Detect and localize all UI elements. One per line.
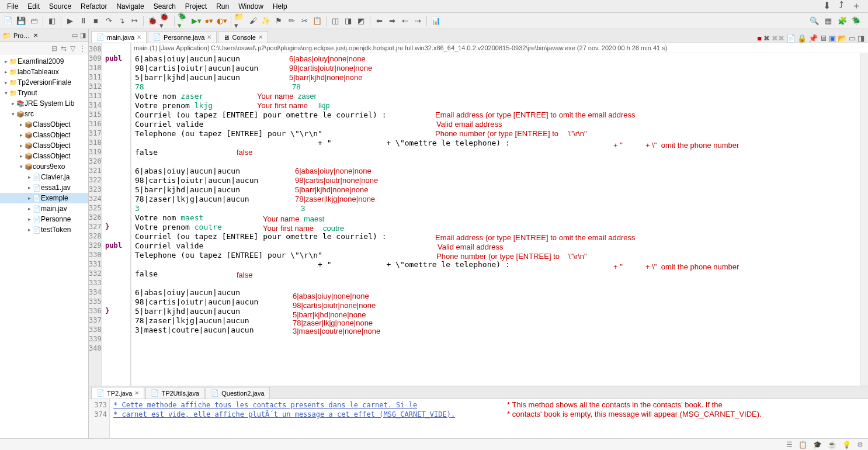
tree-item[interactable]: ▸📁Examfinal2009	[0, 56, 88, 67]
bottom-code[interactable]: * Cette methode affiche tous les contact…	[110, 399, 868, 438]
menu-project[interactable]: Project	[180, 1, 211, 12]
bottom-tab[interactable]: 📄TP2Utils.java	[145, 387, 204, 399]
menu-refactor[interactable]: Refactor	[76, 1, 112, 12]
sb2-icon[interactable]: 📋	[798, 441, 807, 449]
menu-icon[interactable]: ⋮	[79, 44, 86, 53]
paste-icon[interactable]: 📋	[311, 15, 323, 27]
tree-item[interactable]: ▸📄testToken	[0, 224, 88, 235]
tree-item[interactable]: ▸📦ClassObject	[0, 119, 88, 130]
bug-icon[interactable]: 🐞	[147, 15, 158, 27]
menu-file[interactable]: File	[2, 1, 23, 12]
console-icon[interactable]: ▣	[829, 34, 836, 43]
menu-navigate[interactable]: Navigate	[112, 1, 148, 12]
step2-icon[interactable]: ↴	[116, 15, 127, 27]
search-icon[interactable]: 🔍	[808, 15, 820, 27]
share-icon[interactable]: ⤴	[839, 0, 843, 12]
maximize-icon[interactable]: ◨	[80, 32, 86, 39]
pin-icon[interactable]: 📌	[808, 34, 818, 43]
fwd-icon[interactable]: ➡	[386, 15, 398, 27]
pause-icon[interactable]: ⏸	[77, 15, 89, 27]
save-icon[interactable]: 💾	[15, 15, 27, 27]
brush-icon[interactable]: 🖌	[247, 15, 259, 27]
filter-icon[interactable]: ▽	[70, 44, 75, 53]
layout-icon[interactable]: ▦	[822, 15, 834, 27]
bug2-icon[interactable]: 🐞▾	[159, 15, 171, 27]
bottom-tab[interactable]: 📄Question2.java	[206, 387, 269, 399]
tree-item[interactable]: ▸📄essa1.jav	[0, 182, 88, 193]
translation-overlay: * This method shows all the contacts in …	[507, 400, 723, 410]
collapse-icon[interactable]: ⊟	[51, 44, 57, 53]
persp2-icon[interactable]: 🪲	[850, 15, 862, 27]
tree-item[interactable]: ▸📦ClassObject	[0, 130, 88, 140]
download-icon[interactable]: ⬇	[823, 0, 831, 12]
cov2-icon[interactable]: ◐▾	[216, 15, 228, 27]
tree-item[interactable]: ▸📦ClassObject	[0, 151, 88, 161]
link-icon[interactable]: ⇆	[61, 44, 67, 53]
sb3-icon[interactable]: 🎓	[813, 441, 822, 449]
folder-icon: 📁	[2, 32, 11, 40]
run-icon[interactable]: ▶▾	[190, 15, 202, 27]
tree-item[interactable]: ▸📄main.jav	[0, 203, 88, 214]
x1-icon[interactable]: ◫	[329, 15, 341, 27]
console-output[interactable]: 6|abas|oiuy|aucun|aucun98|cartis|oiutr|a…	[131, 53, 868, 386]
max-icon[interactable]: ◨	[857, 34, 864, 43]
tree-item[interactable]: ▸📦ClassObject	[0, 140, 88, 151]
sb4-icon[interactable]: ☕	[828, 441, 836, 449]
remove-icon[interactable]: ✖	[763, 34, 770, 43]
sb1-icon[interactable]: ☰	[786, 441, 793, 449]
step-icon[interactable]: ↷	[103, 15, 114, 27]
tree-item[interactable]: ▾📁Tryout	[0, 88, 88, 98]
close-icon[interactable]: ✕	[33, 32, 38, 39]
folder-icon[interactable]: 📁▾	[234, 15, 246, 27]
tree-item[interactable]: ▸📁laboTableaux	[0, 67, 88, 77]
save-all-icon[interactable]: 🗃	[28, 15, 40, 27]
tab-mainjava[interactable]: 📄main.java✕	[91, 31, 147, 43]
stop-icon[interactable]: ■	[90, 15, 102, 27]
x2-icon[interactable]: ◨	[342, 15, 354, 27]
minimize-icon[interactable]: ▭	[72, 32, 78, 39]
tree-item[interactable]: ▸📄Clavier.ja	[0, 172, 88, 182]
dn-icon[interactable]: ⇢	[412, 15, 423, 27]
play-icon[interactable]: ▶	[64, 15, 76, 27]
debug-icon[interactable]: 🪲▾	[178, 15, 189, 27]
lock-icon[interactable]: 🔒	[797, 34, 807, 43]
new-icon[interactable]: 📄	[2, 15, 14, 27]
open-icon[interactable]: 📂	[838, 34, 847, 43]
min-icon[interactable]: ▭	[849, 34, 856, 43]
clear-icon[interactable]: 📄	[786, 34, 796, 43]
tab-console[interactable]: 🖥Console✕	[218, 31, 268, 43]
project-tree[interactable]: ▸📁Examfinal2009▸📁laboTableaux▸📁Tp2versio…	[0, 55, 88, 438]
coverage-icon[interactable]: ●▾	[203, 15, 215, 27]
sb6-icon[interactable]: ⚙	[857, 441, 863, 449]
x3-icon[interactable]: ◩	[355, 15, 367, 27]
tree-item[interactable]: ▾📦src	[0, 109, 88, 119]
mode-icon[interactable]: ◧	[46, 15, 58, 27]
menu-edit[interactable]: Edit	[23, 1, 44, 12]
bottom-tab[interactable]: 📄TP2.java✕	[91, 387, 144, 399]
terminate-icon[interactable]: ■	[757, 34, 762, 43]
tree-item[interactable]: ▸📄Exemple	[0, 193, 88, 203]
menu-window[interactable]: Window	[234, 1, 268, 12]
paint-icon[interactable]: ✏	[286, 15, 297, 27]
persp1-icon[interactable]: 🧩	[836, 15, 848, 27]
back-icon[interactable]: ⬅	[373, 15, 385, 27]
menu-search[interactable]: Search	[149, 1, 180, 12]
wand-icon[interactable]: ✨	[260, 15, 272, 27]
menu-source[interactable]: Source	[44, 1, 76, 12]
scissors-icon[interactable]: ✂	[298, 15, 310, 27]
ref-icon[interactable]: 📊	[430, 15, 442, 27]
up-icon[interactable]: ⇠	[399, 15, 411, 27]
menu-run[interactable]: Run	[211, 1, 234, 12]
tab-personnejava[interactable]: 📄Personne.java✕	[148, 31, 217, 43]
sb5-icon[interactable]: 💡	[842, 441, 851, 449]
menu-help[interactable]: Help	[268, 1, 292, 12]
removeall-icon[interactable]: ✖✖	[772, 34, 784, 43]
step3-icon[interactable]: ↦	[129, 15, 140, 27]
add-icon[interactable]: ＋	[852, 0, 861, 12]
tree-item[interactable]: ▸📄Personne	[0, 214, 88, 224]
tree-item[interactable]: ▸📁Tp2versionFinale	[0, 77, 88, 88]
tree-item[interactable]: ▸📚JRE System Lib	[0, 98, 88, 109]
flag-icon[interactable]: ⚑	[273, 15, 284, 27]
display-icon[interactable]: 🖥	[820, 34, 827, 43]
tree-item[interactable]: ▾📦cours9exo	[0, 161, 88, 172]
